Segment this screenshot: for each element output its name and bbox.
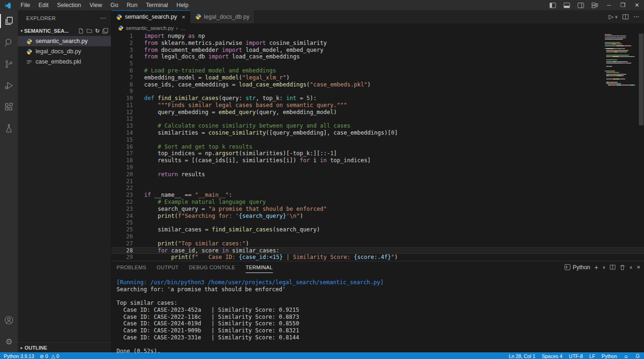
problems-item[interactable]: ⊘0 △0 xyxy=(40,353,59,359)
more-actions-icon[interactable]: ⋯ xyxy=(633,13,639,20)
layout-sidebar-right-icon[interactable] xyxy=(575,0,587,10)
terminal-line: Searching for: 'a promise that should be… xyxy=(117,286,644,293)
restore-button[interactable]: ❐ xyxy=(616,0,630,10)
code-line: 7embedding_model = load_model("legal_xlm… xyxy=(111,74,644,81)
code-editor[interactable]: 1import numpy as np2from sklearn.metrics… xyxy=(111,33,644,261)
settings-gear-icon[interactable]: ⚙ xyxy=(0,331,18,352)
language-mode-item[interactable]: Python xyxy=(602,353,617,359)
new-file-icon[interactable] xyxy=(78,28,84,34)
collapse-folders-icon[interactable] xyxy=(102,28,108,34)
layout-sidebar-icon[interactable] xyxy=(547,0,559,10)
line-content: from sklearn.metrics.pairwise import cos… xyxy=(133,40,644,47)
cursor-position-item[interactable]: Ln 28, Col 1 xyxy=(509,353,535,359)
file-item[interactable]: case_embeds.pkl xyxy=(18,57,111,67)
file-file-icon xyxy=(26,59,33,65)
minimize-button[interactable]: ─ xyxy=(602,0,616,10)
line-number: 23 xyxy=(111,192,133,199)
editor-tab-bar: semantic_search.py×legal_docs_db py ▷ ∨ … xyxy=(111,10,644,23)
workspace-section-header[interactable]: ▾ SEMANTIC_SEA... ↻ xyxy=(18,26,111,36)
code-line: 22 xyxy=(111,185,644,192)
line-content: case_ids, case_embeddings = load_case_em… xyxy=(133,81,644,88)
line-number: 18 xyxy=(111,157,133,164)
breadcrumb-symbol[interactable]: … xyxy=(180,25,186,31)
panel-tab-terminal[interactable]: TERMINAL xyxy=(246,261,273,273)
run-and-debug-icon[interactable] xyxy=(0,75,18,96)
breadcrumb-file[interactable]: semantic_search.py xyxy=(126,25,174,31)
refresh-icon[interactable]: ↻ xyxy=(95,28,100,34)
code-line: 8case_ids, case_embeddings = load_case_e… xyxy=(111,81,644,88)
tab-semantic-search-py[interactable]: semantic_search.py× xyxy=(111,10,190,23)
terminal-shell-item[interactable]: Python xyxy=(564,264,590,271)
menu-selection[interactable]: Selection xyxy=(53,0,85,10)
file-item[interactable]: legal_docs_db.py xyxy=(18,46,111,57)
line-content: """Finds similar legal cases based on se… xyxy=(133,102,644,109)
account-icon[interactable] xyxy=(0,309,18,331)
code-line: 19 xyxy=(111,164,644,171)
new-folder-icon[interactable] xyxy=(87,28,92,34)
maximize-panel-icon[interactable]: ∧ xyxy=(629,265,633,270)
new-terminal-icon[interactable]: + xyxy=(594,264,598,271)
customize-layout-icon[interactable] xyxy=(589,0,601,10)
file-item[interactable]: semantic_search.py xyxy=(18,36,111,46)
menu-help[interactable]: Help xyxy=(172,0,193,10)
split-terminal-icon[interactable] xyxy=(610,265,615,270)
line-number: 28 xyxy=(111,247,133,254)
tab-legal-docs-db-py[interactable]: legal_docs_db py xyxy=(190,10,255,23)
line-number: 14 xyxy=(111,129,133,136)
explorer-more-actions-icon[interactable]: ⋯ xyxy=(100,14,106,22)
terminal-output[interactable]: [Running: /usr/bin/python3 /home/user/pr… xyxy=(111,273,644,355)
close-tab-icon[interactable]: × xyxy=(182,14,185,21)
line-content xyxy=(133,233,644,240)
menu-edit[interactable]: Edit xyxy=(34,0,53,10)
file-name: case_embeds.pkl xyxy=(36,58,81,65)
encoding-item[interactable]: UTF-8 xyxy=(569,353,583,359)
line-number: 10 xyxy=(111,95,133,102)
terminal-dropdown-icon[interactable]: ∨ xyxy=(602,265,606,270)
close-panel-icon[interactable]: × xyxy=(637,264,640,271)
menu-run[interactable]: Run xyxy=(123,0,142,10)
code-line: 5 xyxy=(111,60,644,67)
kill-terminal-icon[interactable] xyxy=(620,265,625,270)
panel-tab-problems[interactable]: PROBLEMS xyxy=(117,261,146,273)
search-icon[interactable] xyxy=(0,32,18,53)
feedback-icon[interactable]: ☺ xyxy=(623,353,629,359)
minimap[interactable] xyxy=(605,34,637,86)
menu-view[interactable]: View xyxy=(85,0,106,10)
line-number: 25 xyxy=(111,226,133,233)
line-content xyxy=(133,60,644,67)
python-interpreter-item[interactable]: Python 3.9.13 xyxy=(4,353,34,359)
run-button[interactable]: ▷ ∨ xyxy=(609,13,618,20)
sidebar-title: EXPLORER xyxy=(26,15,56,21)
code-line: 4from legal_docs_db import load_case_emb… xyxy=(111,53,644,60)
vscode-logo-icon xyxy=(4,1,13,9)
line-content: query_embedding = embed_query(query, emb… xyxy=(133,109,644,116)
line-number: 11 xyxy=(111,102,133,109)
indentation-item[interactable]: Spaces 4 xyxy=(542,353,563,359)
line-content xyxy=(133,219,644,226)
terminal-line: [Running: /usr/bin/python3 /home/user/pr… xyxy=(117,279,644,286)
layout-panel-icon[interactable] xyxy=(561,0,573,10)
eol-item[interactable]: LF xyxy=(589,353,595,359)
title-bar: FileEditSelectionViewGoRunTerminalHelp ─… xyxy=(0,0,644,10)
bottom-panel: PROBLEMSOUTPUTDEBUG CONTOLETERMINAL Pyth… xyxy=(111,261,644,352)
notifications-bell-icon[interactable] xyxy=(635,353,640,359)
line-content: top_indices = np.argsort(similarities)[-… xyxy=(133,150,644,157)
menu-terminal[interactable]: Terminal xyxy=(142,0,172,10)
terminal-line: Case ID: CASE-2023-452a | Similarity Sco… xyxy=(117,307,644,314)
editor-scrollbar[interactable] xyxy=(639,34,644,125)
outline-section[interactable]: ▸ OUTLINE xyxy=(18,342,111,352)
testing-icon[interactable] xyxy=(0,118,18,139)
breadcrumb[interactable]: semantic_search.py › … xyxy=(111,23,644,33)
menu-go[interactable]: Go xyxy=(106,0,123,10)
line-content xyxy=(133,115,644,122)
split-editor-icon[interactable] xyxy=(622,14,629,20)
close-button[interactable]: ✕ xyxy=(630,0,644,10)
explorer-icon[interactable] xyxy=(0,10,18,32)
source-control-icon[interactable] xyxy=(0,53,18,75)
menu-file[interactable]: File xyxy=(16,0,34,10)
line-number: 21 xyxy=(111,178,133,185)
panel-tab-debug-contole[interactable]: DEBUG CONTOLE xyxy=(189,261,235,273)
panel-tab-output[interactable]: OUTPUT xyxy=(157,261,179,273)
line-content xyxy=(133,185,644,192)
extensions-icon[interactable] xyxy=(0,96,18,118)
